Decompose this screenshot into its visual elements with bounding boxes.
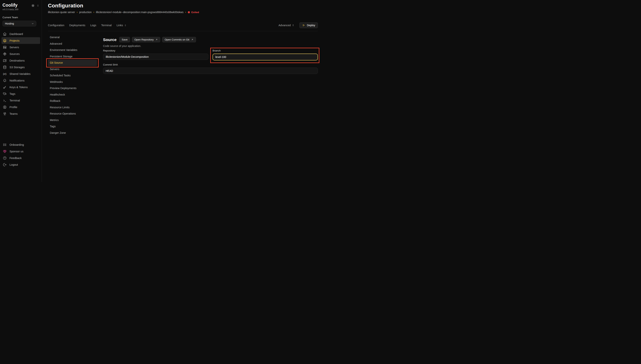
theme-selector-chevrons-icon[interactable]: [37, 4, 39, 7]
external-link-icon: [191, 38, 194, 41]
current-team-label: Current Team: [2, 16, 40, 19]
breadcrumb-separator-icon: ›: [185, 11, 186, 14]
tab-divider: [48, 31, 318, 31]
main-content: Configuration illicitonion quote server …: [42, 0, 321, 182]
status-dot-icon: [188, 11, 190, 13]
subnav-item-general[interactable]: General: [48, 34, 97, 41]
subnav-item-tags[interactable]: Tags: [48, 123, 97, 130]
heart-hands-icon: [3, 150, 7, 153]
sidebar-item-servers[interactable]: Servers: [2, 44, 40, 50]
shared-variables-icon: (x): [3, 72, 7, 76]
subnav-item-preview-deployments[interactable]: Preview Deployments: [48, 85, 97, 92]
commit-sha-label: Commit SHA: [103, 63, 318, 66]
breadcrumb-separator-icon: ›: [93, 11, 94, 14]
breadcrumb-project[interactable]: illicitonion quote server: [48, 11, 75, 14]
git-source-icon: [3, 52, 7, 56]
tags-icon: [3, 92, 7, 96]
chevrons-up-down-icon: [124, 24, 127, 26]
save-button[interactable]: Save: [119, 37, 130, 42]
layers-icon: [3, 39, 7, 42]
tab-links[interactable]: Links: [117, 24, 127, 27]
tab-bar: Configuration Deployments Logs Terminal …: [48, 22, 318, 28]
app-logo: Coolify: [3, 3, 18, 8]
tab-configuration[interactable]: Configuration: [48, 24, 64, 27]
open-repository-button[interactable]: Open Repository: [132, 37, 160, 42]
theme-toggle-sun-icon[interactable]: [31, 4, 35, 8]
users-icon: [3, 112, 7, 116]
sidebar-item-profile[interactable]: Profile: [2, 104, 40, 110]
sidebar-item-sources[interactable]: Sources: [2, 50, 40, 57]
subnav-item-rollback[interactable]: Rollback: [48, 98, 97, 104]
page-title: Configuration: [48, 3, 318, 9]
subnav-item-environment-variables[interactable]: Environment Variables: [48, 47, 97, 54]
open-commits-button[interactable]: Open Commits on Git: [162, 37, 196, 42]
tab-terminal[interactable]: Terminal: [101, 24, 112, 27]
breadcrumb-environment[interactable]: production: [79, 11, 92, 14]
subnav-item-persistent-storage[interactable]: Persistent Storage: [48, 54, 97, 60]
source-heading: Source: [103, 38, 117, 42]
home-icon: [3, 32, 7, 36]
git-source-panel: Source Save Open Repository Open Commits…: [103, 37, 318, 74]
sidebar-item-projects[interactable]: Projects: [2, 37, 40, 44]
subnav-item-servers[interactable]: Servers: [48, 66, 97, 72]
key-icon: [3, 85, 7, 89]
logout-icon: [3, 163, 7, 166]
sidebar-item-keys-tokens[interactable]: Keys & Tokens: [2, 84, 40, 90]
branch-input[interactable]: [213, 54, 318, 60]
subnav-item-metrics[interactable]: Metrics: [48, 117, 97, 124]
sidebar-item-feedback[interactable]: Feedback: [2, 155, 40, 161]
sidebar-item-tags[interactable]: Tags: [2, 90, 40, 97]
tab-deployments[interactable]: Deployments: [69, 24, 85, 27]
deploy-button[interactable]: Deploy: [299, 22, 318, 28]
sidebar-nav: Dashboard Projects Servers Sources Desti…: [2, 30, 40, 117]
sidebar-item-logout[interactable]: Logout: [2, 161, 40, 168]
help-circle-icon: [3, 156, 7, 160]
subnav-item-resource-operations[interactable]: Resource Operations: [48, 110, 97, 117]
advanced-dropdown[interactable]: Advanced: [279, 24, 295, 27]
external-link-icon: [155, 38, 158, 41]
sidebar-item-onboarding[interactable]: Onboarding: [2, 141, 40, 148]
sidebar-item-destinations[interactable]: Destinations: [2, 57, 40, 64]
map-icon: [3, 59, 7, 62]
chevrons-up-down-icon: [292, 24, 294, 26]
team-select[interactable]: Hosting: [3, 21, 36, 26]
sidebar-item-terminal[interactable]: Terminal: [2, 97, 40, 104]
status-label: Exited: [191, 11, 199, 14]
app-root: Coolify v4.0.0-beta.399 Current Team Hos…: [0, 0, 321, 182]
breadcrumb-separator-icon: ›: [77, 11, 77, 14]
sidebar-item-s3-storages[interactable]: S3 Storages: [2, 64, 40, 70]
sidebar-footer: Onboarding Sponsor us Feedback Logout: [2, 141, 40, 179]
repository-label: Repository: [103, 49, 208, 52]
sidebar-item-dashboard[interactable]: Dashboard: [2, 30, 40, 37]
configuration-subnav: General Advanced Environment Variables P…: [48, 34, 97, 136]
branch-label: Branch: [213, 49, 318, 52]
sidebar-item-shared-variables[interactable]: (x) Shared Variables: [2, 70, 40, 77]
user-circle-icon: [3, 105, 7, 109]
team-select-value: Hosting: [5, 22, 14, 25]
commit-sha-input[interactable]: [103, 68, 318, 74]
source-description: Code source of your application.: [103, 44, 318, 48]
bell-icon: [3, 79, 7, 82]
chevron-down-icon: [31, 22, 34, 25]
breadcrumb: illicitonion quote server › production ›…: [48, 11, 318, 14]
repository-input[interactable]: [103, 54, 208, 60]
subnav-item-advanced[interactable]: Advanced: [48, 41, 97, 47]
sidebar-item-notifications[interactable]: Notifications: [2, 77, 40, 84]
subnav-item-healthcheck[interactable]: Healthcheck: [48, 92, 97, 98]
subnav-item-danger-zone[interactable]: Danger Zone: [48, 130, 97, 136]
play-icon: [302, 24, 305, 27]
breadcrumb-resource[interactable]: illicitestonion/-module--decomposition:m…: [96, 11, 183, 14]
server-icon: [3, 46, 7, 49]
subnav-item-resource-limits[interactable]: Resource Limits: [48, 104, 97, 111]
terminal-icon: [3, 98, 7, 102]
sidebar: Coolify v4.0.0-beta.399 Current Team Hos…: [0, 0, 42, 182]
app-version: v4.0.0-beta.399: [2, 8, 40, 11]
sidebar-item-sponsor-us[interactable]: Sponsor us: [2, 148, 40, 155]
subnav-item-git-source[interactable]: Git Source: [48, 60, 97, 66]
subnav-item-scheduled-tasks[interactable]: Scheduled Tasks: [48, 72, 97, 79]
database-icon: [3, 65, 7, 69]
tab-logs[interactable]: Logs: [90, 24, 96, 27]
subnav-item-webhooks[interactable]: Webhooks: [48, 79, 97, 85]
sidebar-item-teams[interactable]: Teams: [2, 110, 40, 117]
checklist-icon: [3, 143, 7, 147]
